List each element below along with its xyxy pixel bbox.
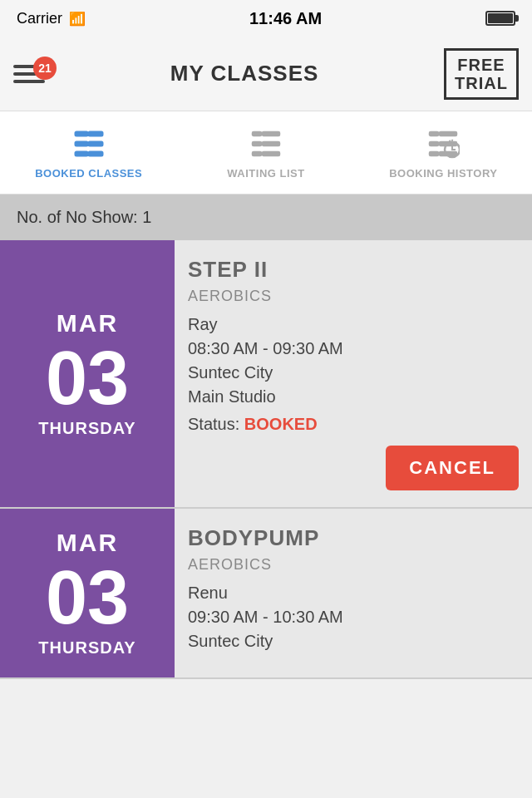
svg-rect-6 — [253, 132, 261, 135]
info-column-0: STEP II AEROBICS Ray 08:30 AM - 09:30 AM… — [175, 240, 532, 507]
cancel-row-0: CANCEL — [188, 446, 519, 490]
free-trial-line1: FREE — [455, 56, 508, 74]
carrier-text: Carrier 📶 — [17, 10, 86, 27]
svg-rect-9 — [263, 142, 279, 145]
class-day-0: 03 — [46, 341, 129, 416]
svg-rect-1 — [89, 132, 102, 135]
svg-rect-4 — [76, 152, 87, 155]
notification-badge: 21 — [33, 57, 57, 80]
menu-line-3 — [13, 80, 45, 83]
class-studio-0: Main Studio — [188, 387, 519, 406]
wifi-icon: 📶 — [69, 11, 86, 27]
tab-waiting-label: WAITING LIST — [227, 167, 304, 180]
class-weekday-1: THURSDAY — [38, 638, 135, 658]
no-show-text: No. of No Show: 1 — [17, 208, 151, 226]
date-column-0: MAR 03 THURSDAY — [0, 240, 175, 507]
svg-rect-11 — [263, 152, 279, 155]
svg-rect-16 — [430, 152, 438, 155]
class-instructor-1: Renu — [188, 584, 519, 603]
svg-rect-14 — [430, 142, 438, 145]
waiting-list-icon — [248, 126, 284, 162]
tab-history-label: BOOKING HISTORY — [389, 167, 497, 180]
tab-booked-classes[interactable]: BOOKED CLASSES — [0, 111, 177, 194]
class-status-0: Status: BOOKED — [188, 415, 519, 434]
booked-classes-icon — [71, 126, 107, 162]
tab-waiting-list[interactable]: WAITING LIST — [177, 111, 354, 194]
class-weekday-0: THURSDAY — [38, 419, 135, 438]
svg-rect-0 — [76, 132, 87, 135]
class-day-1: 03 — [46, 560, 129, 635]
svg-rect-8 — [253, 142, 261, 145]
class-name-1: BODYPUMP — [188, 525, 519, 551]
status-bar: Carrier 📶 11:46 AM — [0, 0, 532, 37]
tab-booked-label: BOOKED CLASSES — [35, 167, 142, 180]
svg-rect-3 — [89, 142, 102, 145]
status-label-0: Status: — [188, 415, 239, 433]
battery-icon — [485, 11, 515, 26]
class-time-1: 09:30 AM - 10:30 AM — [188, 608, 519, 627]
svg-rect-2 — [76, 142, 87, 145]
class-category-0: AEROBICS — [188, 288, 519, 305]
class-time-0: 08:30 AM - 09:30 AM — [188, 339, 519, 358]
svg-rect-7 — [263, 132, 279, 135]
menu-button[interactable]: 21 — [13, 65, 45, 83]
free-trial-line2: TRIAL — [455, 74, 508, 92]
cancel-button-0[interactable]: CANCEL — [386, 446, 519, 490]
svg-rect-5 — [89, 152, 102, 155]
class-month-0: MAR — [57, 309, 118, 337]
svg-rect-10 — [253, 152, 261, 155]
class-month-1: MAR — [57, 529, 118, 557]
app-header: 21 MY CLASSES FREE TRIAL — [0, 37, 532, 111]
class-card-1: MAR 03 THURSDAY BODYPUMP AEROBICS Renu 0… — [0, 509, 532, 679]
date-column-1: MAR 03 THURSDAY — [0, 509, 175, 677]
booking-history-icon — [425, 126, 461, 162]
svg-rect-13 — [440, 132, 456, 135]
status-value-0: BOOKED — [244, 415, 318, 433]
tab-bar: BOOKED CLASSES WAITING LIST — [0, 111, 532, 195]
tab-booking-history[interactable]: BOOKING HISTORY — [355, 111, 532, 194]
info-column-1: BODYPUMP AEROBICS Renu 09:30 AM - 10:30 … — [175, 509, 532, 677]
class-category-1: AEROBICS — [188, 556, 519, 574]
status-time: 11:46 AM — [249, 9, 322, 28]
class-instructor-0: Ray — [188, 315, 519, 334]
class-location-1: Suntec City — [188, 632, 519, 651]
no-show-banner: No. of No Show: 1 — [0, 195, 532, 240]
class-name-0: STEP II — [188, 257, 519, 283]
free-trial-button[interactable]: FREE TRIAL — [444, 48, 519, 100]
class-location-0: Suntec City — [188, 363, 519, 382]
page-title: MY CLASSES — [170, 61, 319, 86]
menu-line-2 — [13, 72, 37, 76]
svg-rect-12 — [430, 132, 438, 135]
class-card-0: MAR 03 THURSDAY STEP II AEROBICS Ray 08:… — [0, 240, 532, 509]
